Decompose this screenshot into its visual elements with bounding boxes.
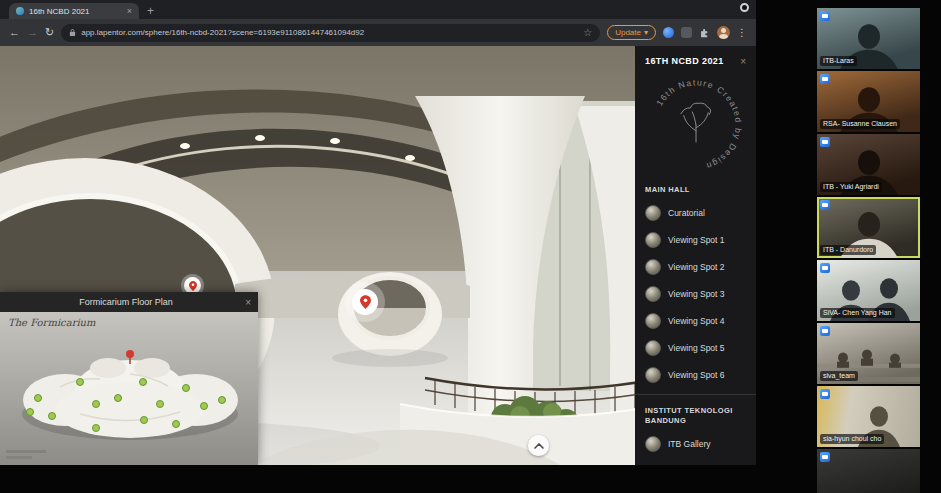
scene-thumbnail [645,367,661,383]
sidebar-close-icon[interactable]: × [740,56,746,67]
participant-name: ITB-Laras [820,56,857,66]
scroll-up-button[interactable] [528,435,549,456]
participant-name: siva_team [820,371,858,381]
participant-name: sia-hyun choul cho [820,434,884,444]
record-indicator-icon [740,3,749,12]
new-tab-button[interactable]: + [147,4,154,18]
floorplan-annotation: The Formicarium [8,317,96,328]
participant-badge-icon [820,74,830,84]
browser-window: 16th NCBD 2021 × + ← → ↻ app.lapentor.co… [0,0,756,465]
floorplan-model [0,312,258,465]
floorplan-title: Formicarium Floor Plan [7,297,245,307]
participants-panel: ITB-Laras RSA- Susanne Clausen ITB - Yuk… [817,8,920,493]
profile-avatar[interactable] [717,26,730,39]
tour-sidebar: 16TH NCBD 2021 × 16th Nature Created by … [635,46,756,465]
update-button[interactable]: Update ▾ [607,25,656,40]
reload-button[interactable]: ↻ [45,27,54,38]
forward-button[interactable]: → [27,27,38,38]
back-button[interactable]: ← [9,27,20,38]
update-label: Update [615,28,641,37]
section-header-itb: INSTITUT TEKNOLOGI BANDUNG [645,406,746,426]
scene-label: Viewing Spot 4 [668,316,725,326]
scene-label: Viewing Spot 2 [668,262,725,272]
scene-label: Viewing Spot 1 [668,235,725,245]
participant-tile[interactable]: ITB-Laras [817,8,920,69]
scene-item-viewing-spot-3[interactable]: Viewing Spot 3 [645,280,746,307]
floorplan-image: The Formicarium [0,312,258,465]
participant-badge-icon [820,263,830,273]
section-header-main-hall: MAIN HALL [645,185,746,195]
tab-close-icon[interactable]: × [127,6,132,16]
scene-item-curatorial[interactable]: Curatorial [645,199,746,226]
extension-icon[interactable] [681,27,692,38]
url-text: app.lapentor.com/sphere/16th-ncbd-2021?s… [81,28,578,37]
scene-item-viewing-spot-1[interactable]: Viewing Spot 1 [645,226,746,253]
scene-label: ITB Gallery [668,439,711,449]
participant-badge-icon [820,389,830,399]
tab-strip: 16th NCBD 2021 × + [0,0,756,19]
tab-favicon-icon [16,7,24,15]
chevron-up-icon [534,443,544,449]
screen: 16th NCBD 2021 × + ← → ↻ app.lapentor.co… [0,0,941,493]
url-bar[interactable]: app.lapentor.com/sphere/16th-ncbd-2021?s… [61,24,600,42]
floorplan-header[interactable]: Formicarium Floor Plan × [0,292,258,312]
participant-tile[interactable]: ITB - Yuki Agriardi [817,134,920,195]
scene-thumbnail [645,205,661,221]
scene-thumbnail [645,340,661,356]
participant-name: RSA- Susanne Clausen [820,119,900,129]
participant-name: SiVA- Chen Yang Han [820,308,895,318]
participant-tile-active-speaker[interactable]: ITB - Danurdoro [817,197,920,258]
participant-name: ITB - Danurdoro [820,245,876,255]
scene-item-itb-gallery[interactable]: ITB Gallery [645,430,746,457]
scene-thumbnail [645,313,661,329]
scene-label: Viewing Spot 6 [668,370,725,380]
participant-tile[interactable]: RSA- Susanne Clausen [817,71,920,132]
scene-label: Viewing Spot 3 [668,289,725,299]
tour-title: 16TH NCBD 2021 [645,56,740,66]
participant-badge-icon [820,11,830,21]
scene-item-viewing-spot-6[interactable]: Viewing Spot 6 [645,361,746,388]
lock-icon [69,28,76,37]
tab-title: 16th NCBD 2021 [29,7,122,16]
scene-item-viewing-spot-4[interactable]: Viewing Spot 4 [645,307,746,334]
puzzle-icon[interactable] [699,27,710,38]
scene-thumbnail [645,232,661,248]
divider [635,394,756,395]
participant-tile[interactable]: siva_team [817,323,920,384]
participant-badge-icon [820,200,830,210]
tour-logo: 16th Nature Created by Design [647,76,745,174]
participant-badge-icon [820,452,830,462]
scene-thumbnail [645,286,661,302]
participant-tile[interactable] [817,449,920,493]
browser-tab[interactable]: 16th NCBD 2021 × [9,3,139,19]
participant-badge-icon [820,326,830,336]
map-pin-icon [360,295,371,309]
extension-icon[interactable] [663,27,674,38]
floorplan-panel: Formicarium Floor Plan × The Formicarium [0,292,258,465]
scene-item-viewing-spot-2[interactable]: Viewing Spot 2 [645,253,746,280]
tree-icon [680,103,710,142]
participant-badge-icon [820,137,830,147]
participant-name: ITB - Yuki Agriardi [820,182,882,192]
participant-tile[interactable]: sia-hyun choul cho [817,386,920,447]
scene-label: Curatorial [668,208,705,218]
viewer: Formicarium Floor Plan × The Formicarium [0,46,756,465]
floorplan-close-icon[interactable]: × [245,297,251,308]
scene-label: Viewing Spot 5 [668,343,725,353]
hotspot-pin[interactable] [352,289,378,315]
bookmark-star-icon[interactable]: ☆ [583,27,592,38]
participant-tile[interactable]: SiVA- Chen Yang Han [817,260,920,321]
caret-down-icon: ▾ [644,28,648,37]
browser-toolbar: ← → ↻ app.lapentor.com/sphere/16th-ncbd-… [0,19,756,46]
scene-thumbnail [645,436,661,452]
scene-item-viewing-spot-5[interactable]: Viewing Spot 5 [645,334,746,361]
browser-menu-icon[interactable]: ⋮ [737,27,747,38]
scene-thumbnail [645,259,661,275]
map-pin-icon [189,281,197,291]
